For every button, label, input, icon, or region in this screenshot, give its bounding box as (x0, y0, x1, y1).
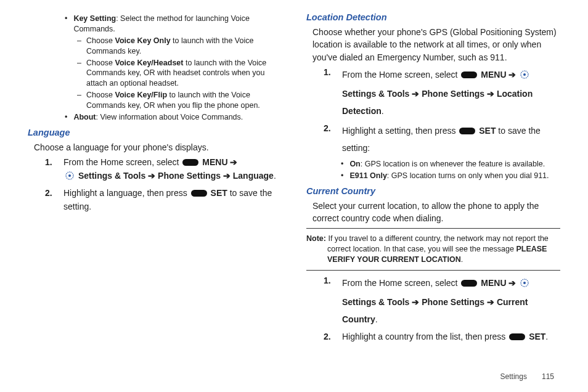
footer-section: Settings (500, 372, 527, 381)
country-step-2: 2. Highlight a country from the list, th… (324, 330, 560, 344)
location-step-1: 1. From the Home screen, select MENU ➔ S… (324, 66, 560, 120)
option-on: • On: GPS location is on whenever the fe… (341, 159, 560, 169)
bullet-key-setting: • Key Setting: Select the method for lau… (65, 14, 282, 35)
soft-key-icon (459, 128, 475, 134)
option-e911: • E911 Only: GPS location turns on only … (341, 171, 560, 181)
heading-country: Current Country (306, 186, 560, 196)
dash-voice-key-flip: – Choose Voice Key/Flip to launch with t… (77, 90, 282, 111)
soft-key-icon (191, 190, 207, 197)
bullet-bold: Key Setting (73, 14, 116, 23)
soft-key-icon (182, 159, 198, 166)
country-note: Note: If you travel to a different count… (306, 234, 560, 265)
rule (306, 228, 560, 229)
dash-voice-key-only: – Choose Voice Key Only to launch with t… (77, 36, 282, 57)
svg-point-1 (68, 174, 71, 177)
location-step-2: 2. Highlight a setting, then press SET t… (324, 122, 560, 157)
svg-point-3 (523, 73, 526, 76)
bullet-about: • About: View information about Voice Co… (65, 112, 282, 123)
soft-key-icon (461, 71, 477, 78)
heading-location: Location Detection (306, 12, 560, 22)
dash-voice-key-headset: – Choose Voice Key/Headset to launch wit… (77, 58, 282, 89)
page-footer: Settings 115 (500, 372, 554, 381)
svg-point-5 (523, 282, 526, 284)
language-intro: Choose a language for your phone's displ… (34, 141, 282, 153)
heading-language: Language (28, 128, 282, 137)
soft-key-icon (509, 333, 525, 340)
gear-icon (65, 171, 75, 185)
location-intro: Choose whether your phone's GPS (Global … (312, 26, 560, 63)
soft-key-icon (461, 280, 477, 287)
language-step-2: 2. Highlight a language, then press SET … (45, 187, 282, 213)
footer-page: 115 (542, 372, 554, 381)
country-step-1: 1. From the Home screen, select MENU ➔ S… (324, 274, 560, 328)
rule (306, 270, 560, 271)
country-intro: Select your current location, to allow t… (312, 200, 560, 225)
gear-icon (520, 68, 529, 85)
language-step-1: 1. From the Home screen, select MENU ➔ S… (45, 156, 282, 184)
gear-icon (520, 276, 529, 293)
